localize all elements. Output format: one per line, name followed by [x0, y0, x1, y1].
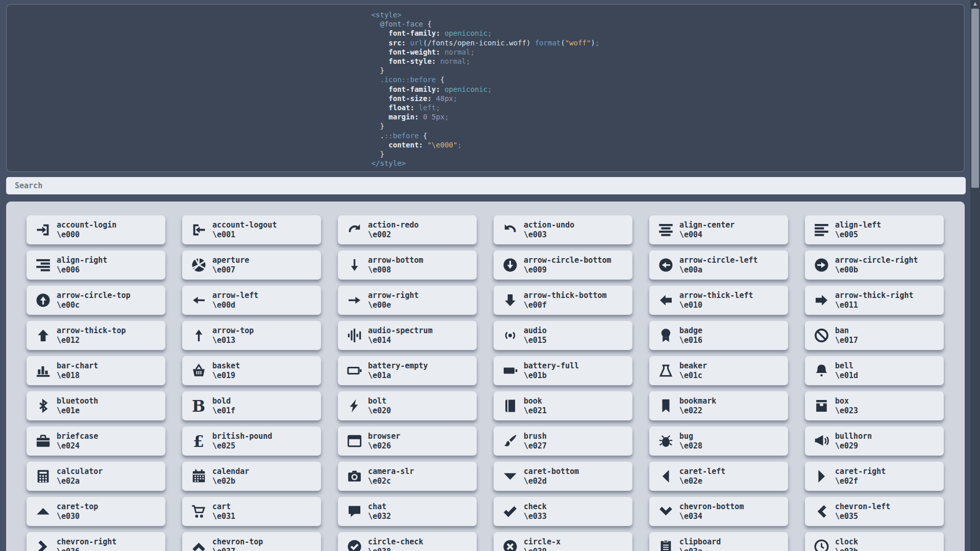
code-line: font-size: 48px;: [372, 94, 600, 103]
icon-card[interactable]: arrow-left\e00d: [182, 286, 321, 315]
icon-card[interactable]: caret-right\e02f: [805, 462, 944, 491]
icon-card[interactable]: Bbold\e01f: [182, 391, 321, 420]
icon-card[interactable]: chevron-bottom\e034: [649, 497, 788, 526]
icon-card[interactable]: chevron-left\e035: [805, 497, 944, 526]
icon-name-label: book: [524, 396, 547, 406]
icon-codepoint-label: \e036: [57, 547, 116, 551]
icon-card[interactable]: £british-pound\e025: [182, 427, 321, 456]
icon-card[interactable]: align-right\e006: [27, 251, 165, 280]
icon-name-label: arrow-thick-right: [835, 291, 914, 300]
caret-top-icon: [34, 504, 52, 519]
icon-card[interactable]: action-redo\e002: [338, 215, 477, 244]
icon-card[interactable]: bluetooth\e01e: [27, 391, 165, 420]
code-line: float: left;: [372, 103, 600, 112]
icon-name-label: chevron-top: [212, 537, 263, 547]
icon-card[interactable]: camera-slr\e02c: [338, 462, 477, 491]
icon-card[interactable]: box\e023: [805, 391, 944, 420]
icon-card[interactable]: circle-x\e039: [494, 532, 632, 551]
icon-codepoint-label: \e016: [679, 336, 702, 345]
action-undo-icon: [501, 222, 519, 237]
icon-card[interactable]: account-login\e000: [27, 215, 165, 244]
brush-icon: [501, 434, 519, 448]
icon-card[interactable]: battery-full\e01b: [494, 356, 632, 385]
icon-card[interactable]: bug\e028: [649, 427, 788, 456]
icon-card[interactable]: calculator\e02a: [27, 462, 165, 491]
icon-card[interactable]: account-logout\e001: [182, 215, 321, 244]
icon-card[interactable]: bell\e01d: [805, 356, 944, 385]
icon-card[interactable]: audio-spectrum\e014: [338, 321, 477, 350]
icon-card[interactable]: beaker\e01c: [649, 356, 788, 385]
icon-card[interactable]: clipboard\e03a: [649, 532, 788, 551]
icon-card[interactable]: check\e033: [494, 497, 632, 526]
icon-card-text: briefcase\e024: [57, 432, 98, 451]
icon-card[interactable]: chat\e032: [338, 497, 477, 526]
icon-card[interactable]: ban\e017: [805, 321, 944, 350]
icon-card[interactable]: bolt\e020: [338, 391, 477, 420]
icon-card[interactable]: caret-bottom\e02d: [494, 462, 632, 491]
icon-name-label: caret-right: [835, 467, 886, 477]
icon-card[interactable]: arrow-bottom\e008: [338, 251, 477, 280]
icon-card[interactable]: arrow-right\e00e: [338, 286, 477, 315]
icon-card[interactable]: arrow-top\e013: [182, 321, 321, 350]
icon-card-text: arrow-thick-top\e012: [57, 326, 126, 345]
icon-card[interactable]: clock\e03b: [805, 532, 944, 551]
search-input[interactable]: [6, 177, 966, 194]
icon-card-text: bold\e01f: [212, 396, 235, 416]
icon-card[interactable]: book\e021: [494, 391, 632, 420]
icon-codepoint-label: \e01f: [212, 406, 235, 416]
icon-card-text: box\e023: [835, 396, 858, 416]
audio-spectrum-icon: [346, 328, 363, 343]
icon-card[interactable]: caret-left\e02e: [649, 462, 788, 491]
icon-codepoint-label: \e00d: [212, 300, 258, 310]
icon-card[interactable]: arrow-circle-bottom\e009: [494, 251, 632, 280]
icon-name-label: arrow-top: [212, 326, 254, 336]
icon-card[interactable]: arrow-thick-left\e010: [649, 286, 788, 315]
icon-card[interactable]: arrow-circle-right\e00b: [805, 251, 944, 280]
icon-card[interactable]: arrow-circle-top\e00c: [27, 286, 165, 315]
icon-card[interactable]: brush\e027: [494, 427, 632, 456]
icon-card-text: account-logout\e001: [212, 220, 277, 240]
icon-card-text: brush\e027: [524, 432, 547, 451]
icon-card[interactable]: arrow-circle-left\e00a: [649, 251, 788, 280]
icon-card-text: bullhorn\e029: [835, 432, 872, 451]
code-line: .icon::before {: [372, 75, 600, 84]
icon-card[interactable]: bullhorn\e029: [805, 427, 944, 456]
icon-card[interactable]: arrow-thick-right\e011: [805, 286, 944, 315]
icon-card[interactable]: calendar\e02b: [182, 462, 321, 491]
icon-name-label: arrow-thick-top: [57, 326, 126, 336]
icon-card[interactable]: cart\e031: [182, 497, 321, 526]
icon-card[interactable]: battery-empty\e01a: [338, 356, 477, 385]
icon-card-text: arrow-circle-right\e00b: [835, 256, 918, 275]
arrow-thick-top-icon: [34, 328, 52, 343]
scrollbar[interactable]: ▲: [970, 0, 980, 551]
icon-card[interactable]: chevron-top\e037: [182, 532, 321, 551]
icon-card[interactable]: chevron-right\e036: [27, 532, 165, 551]
icon-card-text: arrow-thick-bottom\e00f: [524, 291, 607, 310]
scrollbar-thumb[interactable]: [971, 9, 979, 188]
icon-card[interactable]: arrow-thick-top\e012: [27, 321, 165, 350]
icon-name-label: arrow-circle-top: [57, 291, 131, 300]
icon-card[interactable]: circle-check\e038: [338, 532, 477, 551]
icon-card[interactable]: action-undo\e003: [494, 215, 632, 244]
badge-icon: [657, 328, 674, 343]
icon-card[interactable]: briefcase\e024: [27, 427, 165, 456]
icon-name-label: ban: [835, 326, 858, 336]
icon-card-text: caret-bottom\e02d: [524, 467, 579, 486]
icon-card[interactable]: align-center\e004: [649, 215, 788, 244]
icon-card[interactable]: bookmark\e022: [649, 391, 788, 420]
icon-card[interactable]: badge\e016: [649, 321, 788, 350]
icon-name-label: chevron-right: [57, 537, 116, 547]
icon-card[interactable]: caret-top\e030: [27, 497, 165, 526]
icon-codepoint-label: \e019: [212, 371, 240, 381]
icon-card[interactable]: align-left\e005: [805, 215, 944, 244]
icon-card[interactable]: audio\e015: [494, 321, 632, 350]
icon-name-label: align-left: [835, 220, 881, 230]
icon-codepoint-label: \e01b: [524, 371, 579, 381]
scrollbar-up-button[interactable]: ▲: [970, 0, 980, 8]
icon-card[interactable]: aperture\e007: [182, 251, 321, 280]
icon-card-text: circle-check\e038: [368, 537, 423, 551]
icon-card[interactable]: bar-chart\e018: [27, 356, 165, 385]
icon-card[interactable]: browser\e026: [338, 427, 477, 456]
icon-card[interactable]: arrow-thick-bottom\e00f: [494, 286, 632, 315]
icon-card[interactable]: basket\e019: [182, 356, 321, 385]
